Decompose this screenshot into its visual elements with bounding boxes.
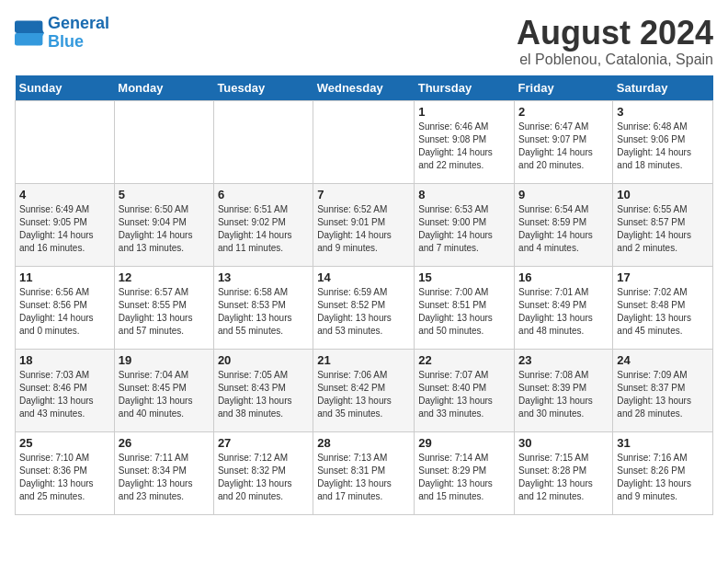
day-number: 29 — [418, 436, 510, 450]
day-number: 25 — [19, 436, 110, 450]
calendar-cell: 31Sunrise: 7:16 AM Sunset: 8:26 PM Dayli… — [613, 431, 713, 514]
day-number: 22 — [418, 353, 510, 367]
calendar-cell: 17Sunrise: 7:02 AM Sunset: 8:48 PM Dayli… — [613, 266, 713, 349]
header-friday: Friday — [515, 75, 613, 101]
day-detail: Sunrise: 7:11 AM Sunset: 8:34 PM Dayligh… — [119, 452, 210, 503]
day-number: 17 — [617, 270, 709, 284]
logo-line1: General — [48, 14, 109, 32]
day-detail: Sunrise: 7:14 AM Sunset: 8:29 PM Dayligh… — [418, 452, 510, 503]
day-number: 20 — [218, 353, 309, 367]
calendar-week-3: 11Sunrise: 6:56 AM Sunset: 8:56 PM Dayli… — [16, 266, 713, 349]
day-number: 18 — [19, 353, 110, 367]
calendar-week-1: 1Sunrise: 6:46 AM Sunset: 9:08 PM Daylig… — [16, 100, 713, 183]
day-number: 13 — [218, 270, 309, 284]
day-detail: Sunrise: 6:53 AM Sunset: 9:00 PM Dayligh… — [418, 203, 510, 255]
day-detail: Sunrise: 6:49 AM Sunset: 9:05 PM Dayligh… — [19, 203, 110, 255]
day-detail: Sunrise: 6:56 AM Sunset: 8:56 PM Dayligh… — [19, 286, 110, 338]
calendar-cell: 1Sunrise: 6:46 AM Sunset: 9:08 PM Daylig… — [415, 100, 515, 183]
calendar-cell: 21Sunrise: 7:06 AM Sunset: 8:42 PM Dayli… — [313, 349, 415, 431]
day-detail: Sunrise: 7:04 AM Sunset: 8:45 PM Dayligh… — [119, 369, 210, 420]
day-number: 10 — [617, 188, 709, 201]
day-detail: Sunrise: 7:15 AM Sunset: 8:28 PM Dayligh… — [518, 452, 609, 503]
header-tuesday: Tuesday — [213, 75, 313, 101]
day-detail: Sunrise: 6:47 AM Sunset: 9:07 PM Dayligh… — [518, 121, 609, 172]
calendar-cell: 4Sunrise: 6:49 AM Sunset: 9:05 PM Daylig… — [16, 183, 115, 266]
calendar-week-4: 18Sunrise: 7:03 AM Sunset: 8:46 PM Dayli… — [16, 349, 713, 431]
calendar-cell: 29Sunrise: 7:14 AM Sunset: 8:29 PM Dayli… — [415, 431, 515, 514]
calendar-cell: 16Sunrise: 7:01 AM Sunset: 8:49 PM Dayli… — [515, 266, 613, 349]
day-number: 31 — [617, 436, 709, 450]
calendar-cell: 7Sunrise: 6:52 AM Sunset: 9:01 PM Daylig… — [313, 183, 415, 266]
header-thursday: Thursday — [415, 75, 515, 101]
calendar-cell: 27Sunrise: 7:12 AM Sunset: 8:32 PM Dayli… — [213, 431, 313, 514]
day-number: 1 — [418, 105, 510, 119]
day-number: 23 — [518, 353, 609, 367]
day-number: 14 — [317, 270, 410, 284]
calendar-cell: 23Sunrise: 7:08 AM Sunset: 8:39 PM Dayli… — [515, 349, 613, 431]
day-detail: Sunrise: 6:51 AM Sunset: 9:02 PM Dayligh… — [218, 203, 309, 255]
calendar-cell: 25Sunrise: 7:10 AM Sunset: 8:36 PM Dayli… — [16, 431, 115, 514]
day-number: 11 — [19, 270, 110, 284]
calendar-cell — [114, 100, 213, 183]
day-number: 8 — [418, 188, 510, 201]
day-detail: Sunrise: 6:58 AM Sunset: 8:53 PM Dayligh… — [218, 286, 309, 338]
header-monday: Monday — [114, 75, 213, 101]
header-saturday: Saturday — [613, 75, 713, 101]
day-number: 27 — [218, 436, 309, 450]
header-sunday: Sunday — [16, 75, 115, 101]
day-number: 12 — [119, 270, 210, 284]
day-number: 30 — [518, 436, 609, 450]
day-number: 21 — [317, 353, 410, 367]
calendar-cell: 13Sunrise: 6:58 AM Sunset: 8:53 PM Dayli… — [213, 266, 313, 349]
day-number: 16 — [518, 270, 609, 284]
calendar-cell: 20Sunrise: 7:05 AM Sunset: 8:43 PM Dayli… — [213, 349, 313, 431]
day-detail: Sunrise: 7:07 AM Sunset: 8:40 PM Dayligh… — [418, 369, 510, 420]
calendar-cell: 14Sunrise: 6:59 AM Sunset: 8:52 PM Dayli… — [313, 266, 415, 349]
calendar-cell — [313, 100, 415, 183]
header: General Blue August 2024 el Poblenou, Ca… — [15, 15, 713, 68]
calendar-cell: 30Sunrise: 7:15 AM Sunset: 8:28 PM Dayli… — [515, 431, 613, 514]
subtitle: el Poblenou, Catalonia, Spain — [517, 52, 713, 68]
calendar-table: SundayMondayTuesdayWednesdayThursdayFrid… — [15, 75, 713, 515]
day-number: 6 — [218, 188, 309, 201]
calendar-week-5: 25Sunrise: 7:10 AM Sunset: 8:36 PM Dayli… — [16, 431, 713, 514]
day-detail: Sunrise: 7:05 AM Sunset: 8:43 PM Dayligh… — [218, 369, 309, 420]
day-number: 15 — [418, 270, 510, 284]
day-detail: Sunrise: 6:55 AM Sunset: 8:57 PM Dayligh… — [617, 203, 709, 255]
calendar-cell: 12Sunrise: 6:57 AM Sunset: 8:55 PM Dayli… — [114, 266, 213, 349]
day-detail: Sunrise: 6:59 AM Sunset: 8:52 PM Dayligh… — [317, 286, 410, 338]
header-wednesday: Wednesday — [313, 75, 415, 101]
day-detail: Sunrise: 7:12 AM Sunset: 8:32 PM Dayligh… — [218, 452, 309, 503]
main-title: August 2024 — [517, 15, 713, 52]
day-detail: Sunrise: 6:46 AM Sunset: 9:08 PM Dayligh… — [418, 121, 510, 172]
logo-icon — [15, 20, 44, 46]
title-area: August 2024 el Poblenou, Catalonia, Spai… — [517, 15, 713, 68]
day-number: 24 — [617, 353, 709, 367]
day-number: 28 — [317, 436, 410, 450]
day-number: 4 — [19, 188, 110, 201]
day-detail: Sunrise: 6:48 AM Sunset: 9:06 PM Dayligh… — [617, 121, 709, 172]
calendar-cell: 3Sunrise: 6:48 AM Sunset: 9:06 PM Daylig… — [613, 100, 713, 183]
calendar-cell — [16, 100, 115, 183]
day-detail: Sunrise: 7:00 AM Sunset: 8:51 PM Dayligh… — [418, 286, 510, 338]
calendar-header-row: SundayMondayTuesdayWednesdayThursdayFrid… — [16, 75, 713, 101]
calendar-cell: 26Sunrise: 7:11 AM Sunset: 8:34 PM Dayli… — [114, 431, 213, 514]
day-detail: Sunrise: 7:08 AM Sunset: 8:39 PM Dayligh… — [518, 369, 609, 420]
calendar-cell: 18Sunrise: 7:03 AM Sunset: 8:46 PM Dayli… — [16, 349, 115, 431]
logo-text: General Blue — [48, 15, 109, 52]
calendar-cell: 28Sunrise: 7:13 AM Sunset: 8:31 PM Dayli… — [313, 431, 415, 514]
day-detail: Sunrise: 6:57 AM Sunset: 8:55 PM Dayligh… — [119, 286, 210, 338]
calendar-cell — [213, 100, 313, 183]
calendar-cell: 6Sunrise: 6:51 AM Sunset: 9:02 PM Daylig… — [213, 183, 313, 266]
day-detail: Sunrise: 6:54 AM Sunset: 8:59 PM Dayligh… — [518, 203, 609, 255]
day-number: 5 — [119, 188, 210, 201]
day-detail: Sunrise: 7:01 AM Sunset: 8:49 PM Dayligh… — [518, 286, 609, 338]
day-detail: Sunrise: 6:52 AM Sunset: 9:01 PM Dayligh… — [317, 203, 410, 255]
calendar-cell: 9Sunrise: 6:54 AM Sunset: 8:59 PM Daylig… — [515, 183, 613, 266]
day-number: 2 — [518, 105, 609, 119]
day-detail: Sunrise: 7:06 AM Sunset: 8:42 PM Dayligh… — [317, 369, 410, 420]
calendar-cell: 22Sunrise: 7:07 AM Sunset: 8:40 PM Dayli… — [415, 349, 515, 431]
calendar-cell: 15Sunrise: 7:00 AM Sunset: 8:51 PM Dayli… — [415, 266, 515, 349]
day-number: 9 — [518, 188, 609, 201]
logo-line2: Blue — [48, 32, 84, 51]
